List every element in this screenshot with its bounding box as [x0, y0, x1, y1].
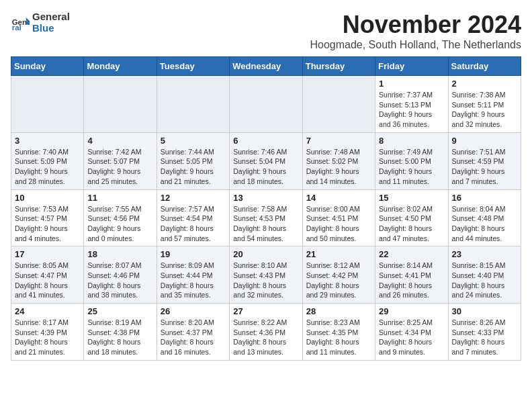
day-number: 29: [379, 306, 444, 316]
day-info: Sunrise: 8:15 AMSunset: 4:40 PMDaylight:…: [452, 261, 517, 300]
logo: Gene ral General Blue: [11, 11, 70, 34]
day-info: Sunrise: 8:04 AMSunset: 4:48 PMDaylight:…: [452, 204, 517, 244]
calendar-cell: 13Sunrise: 7:58 AMSunset: 4:53 PMDayligh…: [230, 189, 302, 246]
day-number: 28: [306, 306, 371, 316]
day-info: Sunrise: 7:53 AMSunset: 4:57 PMDaylight:…: [15, 204, 80, 244]
calendar-cell: 21Sunrise: 8:12 AMSunset: 4:42 PMDayligh…: [302, 246, 375, 304]
day-info: Sunrise: 7:37 AMSunset: 5:13 PMDaylight:…: [379, 90, 444, 130]
calendar-cell: 26Sunrise: 8:20 AMSunset: 4:37 PMDayligh…: [157, 304, 229, 361]
day-info: Sunrise: 8:19 AMSunset: 4:38 PMDaylight:…: [87, 318, 152, 357]
calendar-cell: 19Sunrise: 8:09 AMSunset: 4:44 PMDayligh…: [157, 246, 229, 304]
day-info: Sunrise: 7:46 AMSunset: 5:04 PMDaylight:…: [233, 147, 298, 187]
calendar-cell: 5Sunrise: 7:44 AMSunset: 5:05 PMDaylight…: [157, 132, 229, 189]
calendar-table: SundayMondayTuesdayWednesdayThursdayFrid…: [11, 56, 521, 361]
location-title: Hoogmade, South Holland, The Netherlands: [310, 39, 521, 51]
day-number: 4: [87, 136, 152, 146]
calendar-cell: [11, 76, 84, 133]
day-number: 5: [161, 136, 226, 146]
calendar-week-1: 1Sunrise: 7:37 AMSunset: 5:13 PMDaylight…: [11, 76, 521, 133]
day-info: Sunrise: 8:22 AMSunset: 4:36 PMDaylight:…: [233, 318, 298, 357]
svg-text:ral: ral: [12, 24, 21, 32]
calendar-cell: 20Sunrise: 8:10 AMSunset: 4:43 PMDayligh…: [230, 246, 302, 304]
day-info: Sunrise: 8:00 AMSunset: 4:51 PMDaylight:…: [306, 204, 371, 244]
day-info: Sunrise: 8:23 AMSunset: 4:35 PMDaylight:…: [306, 318, 371, 357]
day-number: 2: [452, 79, 517, 89]
weekday-header-thursday: Thursday: [302, 57, 375, 76]
day-number: 12: [161, 193, 226, 203]
day-number: 25: [87, 306, 152, 316]
weekday-header-tuesday: Tuesday: [157, 57, 229, 76]
day-info: Sunrise: 8:07 AMSunset: 4:46 PMDaylight:…: [87, 261, 152, 300]
calendar-cell: 25Sunrise: 8:19 AMSunset: 4:38 PMDayligh…: [84, 304, 157, 361]
calendar-cell: 15Sunrise: 8:02 AMSunset: 4:50 PMDayligh…: [375, 189, 448, 246]
calendar-cell: 30Sunrise: 8:26 AMSunset: 4:33 PMDayligh…: [448, 304, 521, 361]
day-info: Sunrise: 8:12 AMSunset: 4:42 PMDaylight:…: [306, 261, 371, 300]
calendar-cell: 22Sunrise: 8:14 AMSunset: 4:41 PMDayligh…: [375, 246, 448, 304]
calendar-cell: 18Sunrise: 8:07 AMSunset: 4:46 PMDayligh…: [84, 246, 157, 304]
day-number: 3: [15, 136, 80, 146]
day-info: Sunrise: 8:05 AMSunset: 4:47 PMDaylight:…: [15, 261, 80, 300]
calendar-cell: [230, 76, 302, 133]
calendar-week-3: 10Sunrise: 7:53 AMSunset: 4:57 PMDayligh…: [11, 189, 521, 246]
weekday-header-sunday: Sunday: [11, 57, 84, 76]
logo-text-general: General: [32, 11, 70, 22]
day-number: 17: [15, 249, 80, 259]
day-number: 7: [306, 136, 371, 146]
weekday-header-friday: Friday: [375, 57, 448, 76]
svg-marker-4: [26, 21, 30, 24]
calendar-cell: 2Sunrise: 7:38 AMSunset: 5:11 PMDaylight…: [448, 76, 521, 133]
day-number: 14: [306, 193, 371, 203]
title-area: November 2024 Hoogmade, South Holland, T…: [310, 11, 521, 51]
calendar-cell: 3Sunrise: 7:40 AMSunset: 5:09 PMDaylight…: [11, 132, 84, 189]
day-info: Sunrise: 8:26 AMSunset: 4:33 PMDaylight:…: [452, 318, 517, 357]
weekday-header-monday: Monday: [84, 57, 157, 76]
page-header: Gene ral General Blue November 2024 Hoog…: [11, 11, 521, 51]
day-number: 15: [379, 193, 444, 203]
calendar-week-2: 3Sunrise: 7:40 AMSunset: 5:09 PMDaylight…: [11, 132, 521, 189]
day-info: Sunrise: 8:17 AMSunset: 4:39 PMDaylight:…: [15, 318, 80, 357]
calendar-cell: [302, 76, 375, 133]
calendar-cell: 23Sunrise: 8:15 AMSunset: 4:40 PMDayligh…: [448, 246, 521, 304]
day-info: Sunrise: 7:58 AMSunset: 4:53 PMDaylight:…: [233, 204, 298, 244]
calendar-cell: 14Sunrise: 8:00 AMSunset: 4:51 PMDayligh…: [302, 189, 375, 246]
day-number: 19: [161, 249, 226, 259]
calendar-cell: 9Sunrise: 7:51 AMSunset: 4:59 PMDaylight…: [448, 132, 521, 189]
calendar-cell: 7Sunrise: 7:48 AMSunset: 5:02 PMDaylight…: [302, 132, 375, 189]
day-info: Sunrise: 8:09 AMSunset: 4:44 PMDaylight:…: [161, 261, 226, 300]
calendar-week-4: 17Sunrise: 8:05 AMSunset: 4:47 PMDayligh…: [11, 246, 521, 304]
day-info: Sunrise: 8:10 AMSunset: 4:43 PMDaylight:…: [233, 261, 298, 300]
day-info: Sunrise: 7:42 AMSunset: 5:07 PMDaylight:…: [87, 147, 152, 187]
calendar-cell: 17Sunrise: 8:05 AMSunset: 4:47 PMDayligh…: [11, 246, 84, 304]
day-number: 6: [233, 136, 298, 146]
day-info: Sunrise: 7:51 AMSunset: 4:59 PMDaylight:…: [452, 147, 517, 187]
calendar-cell: 29Sunrise: 8:25 AMSunset: 4:34 PMDayligh…: [375, 304, 448, 361]
calendar-cell: 11Sunrise: 7:55 AMSunset: 4:56 PMDayligh…: [84, 189, 157, 246]
day-info: Sunrise: 7:44 AMSunset: 5:05 PMDaylight:…: [161, 147, 226, 187]
day-number: 16: [452, 193, 517, 203]
day-number: 22: [379, 249, 444, 259]
day-info: Sunrise: 7:38 AMSunset: 5:11 PMDaylight:…: [452, 90, 517, 130]
calendar-cell: [84, 76, 157, 133]
calendar-cell: 1Sunrise: 7:37 AMSunset: 5:13 PMDaylight…: [375, 76, 448, 133]
calendar-cell: 10Sunrise: 7:53 AMSunset: 4:57 PMDayligh…: [11, 189, 84, 246]
day-info: Sunrise: 8:20 AMSunset: 4:37 PMDaylight:…: [161, 318, 226, 357]
day-number: 1: [379, 79, 444, 89]
logo-icon: Gene ral: [11, 13, 30, 32]
calendar-cell: [157, 76, 229, 133]
calendar-cell: 6Sunrise: 7:46 AMSunset: 5:04 PMDaylight…: [230, 132, 302, 189]
day-number: 23: [452, 249, 517, 259]
day-info: Sunrise: 7:40 AMSunset: 5:09 PMDaylight:…: [15, 147, 80, 187]
day-number: 18: [87, 249, 152, 259]
day-number: 10: [15, 193, 80, 203]
day-number: 30: [452, 306, 517, 316]
month-title: November 2024: [310, 11, 521, 39]
calendar-cell: 12Sunrise: 7:57 AMSunset: 4:54 PMDayligh…: [157, 189, 229, 246]
day-info: Sunrise: 7:49 AMSunset: 5:00 PMDaylight:…: [379, 147, 444, 187]
day-number: 26: [161, 306, 226, 316]
calendar-cell: 27Sunrise: 8:22 AMSunset: 4:36 PMDayligh…: [230, 304, 302, 361]
day-number: 20: [233, 249, 298, 259]
day-number: 27: [233, 306, 298, 316]
day-number: 24: [15, 306, 80, 316]
calendar-cell: 24Sunrise: 8:17 AMSunset: 4:39 PMDayligh…: [11, 304, 84, 361]
day-info: Sunrise: 7:57 AMSunset: 4:54 PMDaylight:…: [161, 204, 226, 244]
